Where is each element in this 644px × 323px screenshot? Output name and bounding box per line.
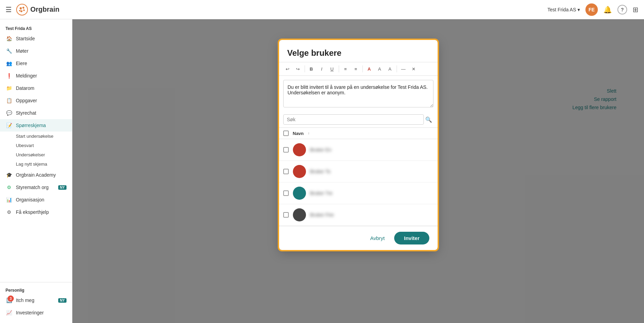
itch-meg-badge: NY <box>58 298 67 303</box>
column-naam: Navn <box>293 131 304 136</box>
orgbrain-logo-icon <box>16 3 28 16</box>
meetings-icon: 🔧 <box>6 48 12 54</box>
user-row: Bruker To <box>279 161 438 183</box>
user-row: Bruker Fire <box>279 204 438 226</box>
toolbar-highlight-btn[interactable]: A <box>375 64 384 73</box>
user-avatar-1 <box>293 143 306 156</box>
company-selector[interactable]: Test Frida AS ▾ <box>548 7 580 12</box>
sidebar-item-label: Itch meg <box>16 298 34 303</box>
toolbar-format-btn[interactable]: A <box>386 64 395 73</box>
home-icon: 🏠 <box>6 35 12 42</box>
sidebar-subitem-lag-nytt-skjema[interactable]: Lag nytt skjema <box>0 159 72 169</box>
user-name-4: Bruker Fire <box>310 212 334 218</box>
user-checkbox-2[interactable] <box>283 169 289 174</box>
velge-brukere-modal: Velge brukere ↩ ↪ B I U ≡ ≡ A A A <box>279 40 438 250</box>
content-area: Slett Se rapport Legg til flere brukere … <box>72 19 644 323</box>
sidebar-item-startside[interactable]: 🏠 Startside <box>0 32 72 45</box>
sort-arrow-icon[interactable]: ↑ <box>308 131 310 135</box>
sidebar-item-label: Styrematch org <box>16 185 49 190</box>
sidebar-subitem-ubesvart[interactable]: Ubesvart <box>0 141 72 150</box>
messages-icon: ❗ <box>6 72 12 79</box>
user-name-2: Bruker To <box>310 169 331 174</box>
sidebar-item-styrechat[interactable]: 💬 Styrechat <box>0 107 72 119</box>
select-all-checkbox[interactable] <box>283 131 289 136</box>
sidebar-item-fa-eksperthjelp[interactable]: ⚙ Få eksperthjelp <box>0 206 72 218</box>
toolbar-list2-btn[interactable]: ≡ <box>351 64 360 73</box>
toolbar-redo-btn[interactable]: ↪ <box>294 64 303 73</box>
user-checkbox-3[interactable] <box>283 190 289 196</box>
toolbar-list-btn[interactable]: ≡ <box>341 64 350 73</box>
personlig-title: Personlig <box>0 285 72 294</box>
hamburger-menu-icon[interactable]: ☰ <box>6 6 12 14</box>
toolbar-sep-2 <box>339 65 339 72</box>
search-input[interactable] <box>283 114 424 125</box>
sidebar-item-label: Spørreskjema <box>16 123 46 128</box>
sidebar-item-label: Få eksperthjelp <box>16 209 49 215</box>
sidebar-item-organisasjon[interactable]: 📊 Organisasjon <box>0 194 72 206</box>
invite-button[interactable]: Inviter <box>394 232 429 244</box>
modal-overlay: Velge brukere ↩ ↪ B I U ≡ ≡ A A A <box>72 19 644 323</box>
sidebar-item-oppgaver[interactable]: 📋 Oppgaver <box>0 94 72 107</box>
academy-icon: 🎓 <box>6 171 12 178</box>
company-name: Test Frida AS <box>548 7 576 12</box>
styrematch-icon: ⚙ <box>6 184 12 191</box>
sidebar-item-datarom[interactable]: 📁 Datarom <box>0 82 72 94</box>
toolbar-italic-btn[interactable]: I <box>317 64 326 73</box>
expert-icon: ⚙ <box>6 209 12 216</box>
sidebar-item-moter[interactable]: 🔧 Møter <box>0 45 72 57</box>
sidebar-item-label: Meldinger <box>16 73 37 79</box>
user-avatar-3 <box>293 187 306 200</box>
cancel-button[interactable]: Avbryt <box>365 232 390 244</box>
svg-point-0 <box>17 4 28 15</box>
search-button[interactable]: 🔍 <box>424 115 433 124</box>
grid-icon[interactable]: ⊞ <box>633 6 638 14</box>
toolbar-sep-4 <box>397 65 397 72</box>
toolbar-dash-btn[interactable]: — <box>399 64 408 73</box>
modal-header: Velge brukere <box>279 40 438 62</box>
sidebar-item-styrematch-org[interactable]: ⚙ Styrematch org NY <box>0 181 72 194</box>
user-avatar[interactable]: FE <box>585 3 598 16</box>
user-name-3: Bruker Tre <box>310 190 333 196</box>
sidebar-item-investeringer[interactable]: 📈 Investeringer <box>0 306 72 319</box>
investments-icon: 📈 <box>6 309 12 316</box>
user-list-header: Navn ↑ <box>279 128 438 139</box>
sidebar-item-orgbrain-academy[interactable]: 🎓 Orgbrain Academy <box>0 169 72 181</box>
logo-text: Orgbrain <box>30 6 59 13</box>
sidebar-item-label: Orgbrain Academy <box>16 172 56 178</box>
sidebar-item-eiere[interactable]: 👥 Eiere <box>0 57 72 70</box>
sidebar-item-itch-meg[interactable]: 🔄 3 Itch meg NY <box>0 294 72 306</box>
toolbar-bold-btn[interactable]: B <box>307 64 316 73</box>
org-icon: 📊 <box>6 196 12 203</box>
header-left: ☰ Orgbrain <box>6 3 59 16</box>
sidebar-subitem-undersokelser[interactable]: Undersøkelser <box>0 150 72 159</box>
modal-search: 🔍 <box>279 112 438 128</box>
sidebar-bottom: Personlig 🔄 3 Itch meg NY 📈 Investeringe… <box>0 282 72 319</box>
user-row: Bruker En <box>279 139 438 161</box>
chat-icon: 💬 <box>6 110 12 116</box>
styrematch-badge: NY <box>58 185 67 190</box>
toolbar-underline-btn[interactable]: U <box>328 64 337 73</box>
toolbar-undo-btn[interactable]: ↩ <box>283 64 292 73</box>
editor-area[interactable]: Du er blitt invitert til å svare på en u… <box>283 80 433 107</box>
main-layout: Test Frida AS 🏠 Startside 🔧 Møter 👥 Eier… <box>0 19 644 323</box>
sidebar-item-label: Møter <box>16 48 29 54</box>
sidebar-item-label: Organisasjon <box>16 197 44 202</box>
sidebar-subitem-start-undersokelse[interactable]: Start undersøkelse <box>0 132 72 141</box>
itch-meg-count: 3 <box>8 295 14 302</box>
header-right: Test Frida AS ▾ FE 🔔 ? ⊞ <box>548 3 638 16</box>
toolbar-color-btn[interactable]: A <box>365 64 374 73</box>
toolbar-sep-3 <box>362 65 363 72</box>
survey-icon: 📝 <box>6 122 12 129</box>
help-icon[interactable]: ? <box>617 5 627 14</box>
toolbar-close-btn[interactable]: ✕ <box>409 64 418 73</box>
dataroom-icon: 📁 <box>6 85 12 92</box>
modal-title: Velge brukere <box>287 48 429 58</box>
user-name-1: Bruker En <box>310 147 331 153</box>
bell-icon[interactable]: 🔔 <box>603 6 612 14</box>
sidebar-item-meldinger[interactable]: ❗ Meldinger <box>0 70 72 82</box>
itch-meg-icon: 🔄 3 <box>6 297 12 304</box>
user-checkbox-1[interactable] <box>283 147 289 153</box>
sidebar-item-sporreskjema[interactable]: 📝 Spørreskjema <box>0 119 72 132</box>
sidebar-item-label: Eiere <box>16 61 27 66</box>
user-checkbox-4[interactable] <box>283 212 289 218</box>
